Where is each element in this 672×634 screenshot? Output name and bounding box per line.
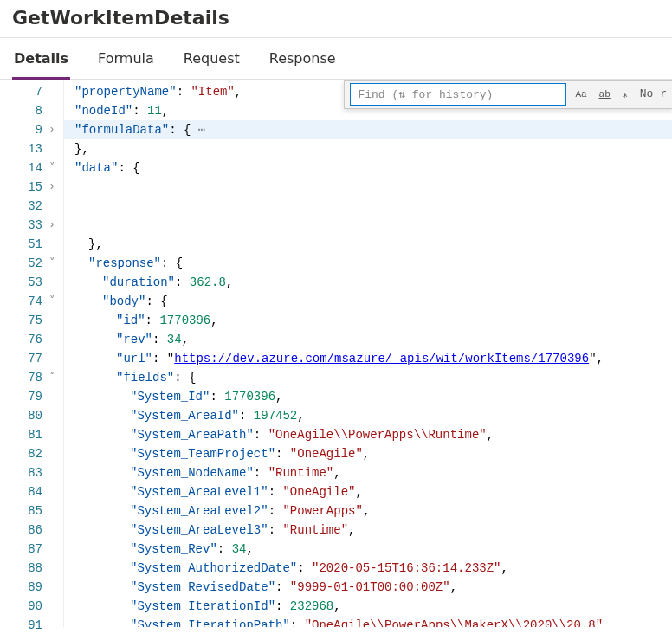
token-num: 34 bbox=[167, 333, 182, 346]
tab-response[interactable]: Response bbox=[268, 38, 338, 79]
code-line[interactable]: "body": { bbox=[64, 292, 672, 311]
code-line[interactable]: "System_AuthorizedDate": "2020-05-15T16:… bbox=[64, 559, 672, 578]
token-key: "System_Id" bbox=[130, 390, 210, 404]
token-pun: , bbox=[235, 85, 242, 99]
line-number: 88 bbox=[18, 559, 42, 578]
code-line[interactable] bbox=[64, 197, 672, 216]
line-number: 81 bbox=[18, 425, 42, 444]
token-str: "9999-01-01T00:00:00Z" bbox=[290, 580, 450, 594]
token-dots: ⋯ bbox=[191, 123, 205, 137]
find-widget: Aa ab ⁎ No r bbox=[344, 80, 672, 109]
token-pun: , bbox=[355, 485, 362, 499]
token-pun: , bbox=[501, 561, 507, 575]
line-number: 8 bbox=[18, 101, 42, 120]
fold-toggle-icon[interactable]: ˅ bbox=[46, 368, 58, 387]
code-line[interactable]: "System_TeamProject": "OneAgile", bbox=[64, 444, 672, 463]
token-pun: , bbox=[162, 104, 169, 118]
token-pun: " bbox=[167, 352, 174, 366]
code-line[interactable]: "System_IterationPath": "OneAgile\\Power… bbox=[64, 616, 672, 627]
line-number: 84 bbox=[18, 482, 42, 501]
code-line[interactable]: "id": 1770396, bbox=[64, 311, 672, 330]
code-line[interactable]: "System_Rev": 34, bbox=[64, 540, 672, 559]
code-content[interactable]: Aa ab ⁎ No r "propertyName": "Item","nod… bbox=[64, 80, 672, 627]
token-key: "System_RevisedDate" bbox=[130, 580, 275, 594]
gutter-row: 78˅ bbox=[0, 368, 63, 387]
line-number: 15 bbox=[18, 178, 42, 197]
code-line[interactable]: "System_AreaLevel2": "PowerApps", bbox=[64, 501, 672, 521]
token-pun: }, bbox=[88, 237, 103, 251]
line-number: 80 bbox=[18, 406, 42, 425]
token-pun: " bbox=[589, 352, 596, 366]
code-line[interactable]: "System_AreaPath": "OneAgile\\PowerApps\… bbox=[64, 425, 672, 444]
code-line[interactable]: }, bbox=[64, 139, 672, 158]
line-number: 14 bbox=[18, 158, 42, 178]
whole-word-toggle[interactable]: ab bbox=[596, 83, 614, 106]
gutter-row: 15› bbox=[0, 178, 63, 197]
fold-toggle-icon[interactable]: ˅ bbox=[46, 254, 58, 273]
code-line[interactable]: "formulaData": { ⋯ bbox=[64, 120, 672, 139]
gutter-row: 88 bbox=[0, 559, 63, 578]
tab-details[interactable]: Details bbox=[12, 38, 70, 79]
code-line[interactable]: "System_AreaLevel1": "OneAgile", bbox=[64, 482, 672, 501]
fold-toggle-icon[interactable]: ˅ bbox=[46, 292, 58, 311]
token-pun: : bbox=[268, 485, 283, 499]
code-line[interactable]: "fields": { bbox=[64, 368, 672, 387]
gutter-row: 13 bbox=[0, 139, 63, 158]
token-key: "response" bbox=[88, 256, 161, 270]
code-line[interactable]: "url": "https://dev.azure.com/msazure/_a… bbox=[64, 349, 672, 368]
token-str: "Runtime" bbox=[282, 523, 348, 537]
match-case-toggle[interactable]: Aa bbox=[572, 83, 590, 106]
code-line[interactable]: "System_NodeName": "Runtime", bbox=[64, 463, 672, 482]
line-number: 87 bbox=[18, 540, 42, 559]
gutter-row: 33› bbox=[0, 216, 63, 235]
token-key: "duration" bbox=[102, 275, 175, 289]
code-line[interactable]: "System_RevisedDate": "9999-01-01T00:00:… bbox=[64, 578, 672, 597]
token-lnk[interactable]: https://dev.azure.com/msazure/_apis/wit/… bbox=[174, 352, 589, 366]
line-number: 91 bbox=[18, 616, 42, 634]
line-number: 75 bbox=[18, 311, 42, 330]
token-pun: : bbox=[145, 314, 160, 327]
tab-request[interactable]: Request bbox=[182, 38, 242, 79]
gutter-row: 14˅ bbox=[0, 158, 63, 178]
fold-toggle-icon[interactable]: ˅ bbox=[46, 158, 58, 178]
code-line[interactable]: "response": { bbox=[64, 254, 672, 273]
line-number: 13 bbox=[18, 139, 42, 158]
line-number: 89 bbox=[18, 578, 42, 597]
token-pun: : bbox=[297, 561, 312, 575]
code-line[interactable]: "System_AreaId": 197452, bbox=[64, 406, 672, 425]
gutter-row: 90 bbox=[0, 597, 63, 616]
token-key: "System_IterationId" bbox=[130, 599, 275, 613]
fold-toggle-icon[interactable]: › bbox=[46, 120, 58, 139]
token-str: "OneAgile" bbox=[290, 447, 363, 461]
token-num: 1770396 bbox=[159, 314, 210, 327]
regex-toggle[interactable]: ⁎ bbox=[619, 83, 631, 106]
token-pun: : bbox=[217, 542, 232, 556]
code-line[interactable] bbox=[64, 216, 672, 235]
token-key: "System_TeamProject" bbox=[130, 447, 275, 461]
gutter-row: 89 bbox=[0, 578, 63, 597]
token-str: "2020-05-15T16:36:14.233Z" bbox=[312, 561, 501, 575]
code-line[interactable]: "duration": 362.8, bbox=[64, 273, 672, 292]
fold-toggle-icon[interactable]: › bbox=[46, 178, 58, 197]
gutter-row: 91 bbox=[0, 616, 63, 634]
token-key: "System_AreaId" bbox=[130, 409, 239, 423]
gutter-row: 51 bbox=[0, 235, 63, 254]
token-pun: : { bbox=[145, 294, 167, 308]
token-key: "System_NodeName" bbox=[130, 466, 254, 480]
code-line[interactable] bbox=[64, 178, 672, 197]
token-key: "System_IterationPath" bbox=[130, 618, 290, 627]
token-key: "System_AreaPath" bbox=[130, 428, 254, 442]
token-pun: , bbox=[246, 542, 253, 556]
code-line[interactable]: "rev": 34, bbox=[64, 330, 672, 349]
code-line[interactable]: "System_IterationId": 232968, bbox=[64, 597, 672, 616]
code-line[interactable]: "data": { bbox=[64, 158, 672, 178]
tab-formula[interactable]: Formula bbox=[96, 38, 156, 79]
find-input[interactable] bbox=[350, 83, 566, 106]
line-number: 85 bbox=[18, 501, 42, 521]
code-line[interactable]: "System_Id": 1770396, bbox=[64, 387, 672, 406]
token-key: "System_AreaLevel1" bbox=[130, 485, 268, 499]
code-line[interactable]: "System_AreaLevel3": "Runtime", bbox=[64, 521, 672, 540]
fold-toggle-icon[interactable]: › bbox=[46, 216, 58, 235]
code-line[interactable]: }, bbox=[64, 235, 672, 254]
code-editor[interactable]: 789›1314˅15›3233›5152˅5374˅75767778˅7980… bbox=[0, 80, 672, 627]
